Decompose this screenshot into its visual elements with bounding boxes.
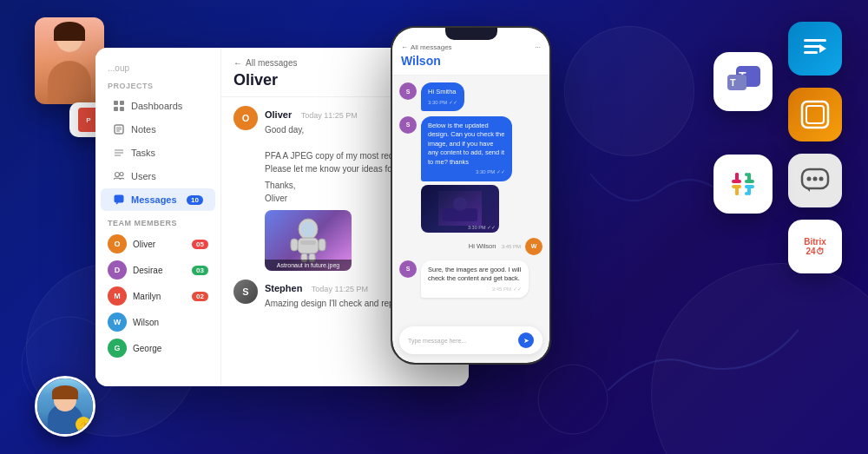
svg-rect-29	[804, 51, 818, 54]
q-action-icon[interactable]	[788, 88, 842, 141]
svg-marker-30	[819, 44, 826, 53]
sidebar-projects-label: Projects	[95, 78, 220, 94]
svg-rect-43	[735, 173, 739, 176]
sidebar-item-users[interactable]: Users	[101, 165, 215, 188]
phone-msg-sure: S Sure, the images are good. I will chec…	[399, 260, 542, 298]
chat-dots-icon[interactable]	[788, 154, 842, 207]
team-member-wilson[interactable]: W Wilson	[95, 309, 220, 335]
bubble-time-1: 3:30 PM ✓✓	[428, 99, 457, 106]
grid-icon	[113, 100, 125, 112]
phone-msg-hi-smitha: S Hi Smitha 3:30 PM ✓✓	[399, 82, 542, 111]
svg-rect-5	[120, 107, 124, 111]
svg-point-17	[301, 221, 315, 237]
svg-rect-28	[804, 45, 821, 48]
team-member-george[interactable]: G George	[95, 335, 220, 361]
oliver-avatar: O	[108, 234, 127, 253]
wilson-avatar: W	[108, 313, 127, 332]
svg-rect-4	[114, 107, 118, 111]
svg-rect-21	[319, 239, 326, 251]
phone-send-button[interactable]: ➤	[518, 332, 534, 348]
svg-rect-46	[745, 173, 748, 176]
marilyn-name: Marilyn	[133, 292, 161, 301]
team-member-oliver[interactable]: O Oliver 05	[95, 231, 220, 257]
team-member-marilyn[interactable]: M Marilyn 02	[95, 283, 220, 309]
svg-rect-52	[745, 192, 748, 195]
phone-bubble-sure: Sure, the images are good. I will check …	[421, 260, 529, 298]
svg-point-13	[115, 173, 120, 177]
phone-back-arrow: ←	[401, 43, 408, 51]
sidebar: ...oup Projects Dashboards Notes Tasks U…	[95, 48, 221, 386]
phone-bubble-hi-smitha: Hi Smitha 3:30 PM ✓✓	[421, 82, 464, 111]
desirae-name: Desirae	[133, 266, 162, 275]
svg-rect-27	[804, 39, 826, 42]
image-label: Astronaut in future.jpeg	[265, 260, 352, 271]
svg-rect-32	[806, 106, 824, 123]
back-arrow-icon: ←	[233, 58, 242, 68]
svg-rect-19	[300, 240, 316, 245]
bitrix24-icon[interactable]: Bitrix 24⏱	[788, 220, 842, 273]
microsoft-teams-icon[interactable]: T T	[713, 52, 773, 111]
stephen-msg-author: Stephen	[265, 283, 302, 293]
phone-messages: S Hi Smitha 3:30 PM ✓✓ S Below is the up…	[392, 76, 549, 305]
back-label: All messages	[246, 58, 297, 68]
sidebar-item-messages[interactable]: Messages 10	[101, 188, 215, 211]
george-avatar: G	[108, 339, 127, 358]
bubble-time-sure: 3:45 PM ✓✓	[428, 286, 522, 293]
team-member-desirae[interactable]: D Desirae 03	[95, 257, 220, 283]
svg-point-0	[538, 365, 608, 434]
mobile-phone: ← All messages ··· Wilson S Hi Smitha 3:…	[391, 26, 551, 365]
wilson-phone-avatar: W	[525, 238, 542, 255]
sidebar-item-tasks[interactable]: Tasks	[101, 141, 215, 164]
phone-back-label: All messages	[411, 43, 452, 51]
thumbsup-badge: 👍	[76, 417, 91, 432]
sidebar-item-notes[interactable]: Notes	[101, 118, 215, 141]
phone-contact-name: Wilson	[401, 54, 541, 68]
desirae-badge: 03	[192, 266, 208, 275]
george-name: George	[133, 344, 161, 353]
oliver-msg-image: Astronaut in future.jpeg	[265, 210, 352, 271]
messages-badge: 10	[187, 195, 203, 205]
app-icons-left: T T	[713, 52, 773, 214]
sidebar-item-dashboards[interactable]: Dashboards	[101, 95, 215, 117]
note-icon	[113, 123, 125, 135]
svg-text:T: T	[730, 77, 736, 88]
users-label: Users	[131, 171, 156, 181]
phone-image-bubble: 3:30 PM ✓✓	[421, 185, 499, 233]
phone-notch	[445, 28, 497, 40]
slack-icon[interactable]	[713, 155, 773, 214]
svg-point-35	[813, 177, 818, 181]
phone-msg-design: S Below is the updated design. Can you c…	[399, 116, 542, 233]
svg-rect-3	[120, 101, 124, 105]
phone-input-placeholder[interactable]: Type message here...	[408, 338, 513, 344]
floating-avatar-bottom: 👍	[35, 376, 95, 437]
marilyn-badge: 02	[192, 292, 208, 301]
smitha-phone-avatar-2: S	[399, 116, 417, 134]
notes-label: Notes	[131, 124, 156, 135]
wilson-name: Wilson	[133, 318, 159, 327]
users-icon	[113, 170, 125, 182]
oliver-badge: 05	[192, 240, 208, 249]
phone-screen: ← All messages ··· Wilson S Hi Smitha 3:…	[392, 28, 549, 363]
marilyn-avatar: M	[108, 286, 127, 306]
svg-point-36	[819, 177, 824, 181]
phone-back-link[interactable]: ← All messages ···	[401, 43, 541, 51]
phone-bubble-design-text: Below is the updated design. Can you che…	[421, 116, 512, 181]
tasks-label: Tasks	[131, 148, 155, 158]
svg-rect-18	[298, 238, 319, 253]
messages-label: Messages	[131, 194, 177, 205]
svg-point-14	[120, 173, 123, 176]
stephen-msg-time: Today 11:25 PM	[312, 285, 368, 293]
phone-more-icon[interactable]: ···	[535, 43, 541, 51]
oliver-msg-avatar: O	[233, 106, 258, 130]
oliver-msg-author: Oliver	[265, 109, 292, 120]
hi-wilson-label: Hi Wilson 3:45 PM	[469, 242, 521, 250]
stephen-msg-avatar: S	[233, 280, 258, 304]
tasks-icon	[113, 147, 125, 159]
svg-rect-15	[115, 195, 124, 203]
svg-rect-20	[291, 239, 298, 251]
sidebar-group-label: ...oup	[95, 58, 220, 78]
transkriptor-icon[interactable]	[788, 22, 842, 76]
app-icons-right: Bitrix 24⏱	[788, 22, 842, 273]
phone-input-bar[interactable]: Type message here... ➤	[399, 326, 542, 354]
oliver-name: Oliver	[133, 240, 155, 249]
